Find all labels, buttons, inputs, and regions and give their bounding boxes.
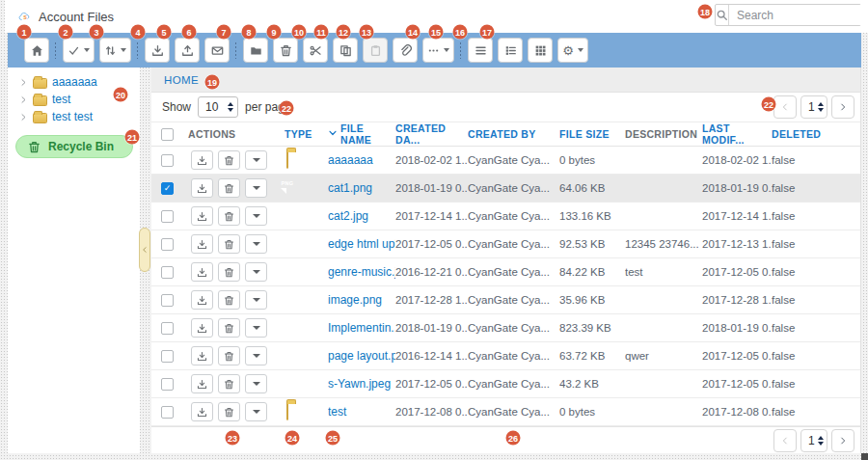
row-more-button[interactable] xyxy=(245,178,267,198)
row-delete-button[interactable] xyxy=(218,346,240,365)
row-download-button[interactable] xyxy=(191,346,213,365)
sort-button[interactable] xyxy=(99,38,131,63)
row-checkbox[interactable] xyxy=(161,322,174,335)
file-name-link[interactable]: cat2.jpg xyxy=(328,209,395,223)
list-view-button[interactable] xyxy=(468,38,493,63)
prev-page-button[interactable] xyxy=(773,429,797,452)
column-header-type[interactable]: TYPE xyxy=(285,128,328,140)
row-download-button[interactable] xyxy=(191,290,213,310)
row-more-button[interactable] xyxy=(245,150,267,170)
prev-page-button[interactable] xyxy=(773,95,797,119)
column-header-file-name[interactable]: FILE NAME xyxy=(328,122,395,146)
row-checkbox[interactable] xyxy=(161,294,174,307)
new-folder-button[interactable] xyxy=(243,38,268,63)
row-download-button[interactable] xyxy=(191,262,213,282)
row-download-button[interactable] xyxy=(191,206,213,226)
next-page-button[interactable] xyxy=(831,429,854,452)
sidebar-folder-item[interactable]: test test xyxy=(8,108,140,125)
row-checkbox[interactable] xyxy=(161,378,174,391)
row-more-button[interactable] xyxy=(245,402,267,421)
row-checkbox[interactable] xyxy=(161,210,174,223)
row-checkbox[interactable] xyxy=(161,154,174,167)
row-more-button[interactable] xyxy=(245,290,267,310)
settings-button[interactable]: ⚙ xyxy=(557,38,588,63)
attach-button[interactable] xyxy=(393,38,418,63)
row-download-button[interactable] xyxy=(191,178,213,198)
row-download-button[interactable] xyxy=(191,374,213,393)
file-name-link[interactable]: edge html upl... xyxy=(328,237,395,251)
row-delete-button[interactable] xyxy=(218,290,240,310)
row-delete-button[interactable] xyxy=(218,374,240,393)
next-page-button[interactable] xyxy=(831,95,854,119)
file-name-link[interactable]: image.png xyxy=(328,293,395,307)
cell-description: 12345 23746... xyxy=(625,238,702,250)
row-more-button[interactable] xyxy=(245,206,267,226)
row-more-button[interactable] xyxy=(245,262,267,282)
annotation-badge: 14 xyxy=(406,25,420,40)
page-number-stepper[interactable]: 1 xyxy=(800,95,827,119)
row-download-button[interactable] xyxy=(191,234,213,254)
trash-icon xyxy=(224,211,234,222)
row-checkbox[interactable] xyxy=(161,406,174,419)
file-name-link[interactable]: cat1.png xyxy=(328,181,395,195)
row-delete-button[interactable] xyxy=(218,150,240,170)
sidebar-item-recycle-bin[interactable]: Recycle Bin xyxy=(15,135,133,158)
grid-view-button[interactable] xyxy=(528,38,553,63)
stepper-arrows-icon[interactable] xyxy=(818,436,824,446)
chevron-right-icon[interactable] xyxy=(19,95,28,104)
row-more-button[interactable] xyxy=(245,346,267,365)
copy-button[interactable] xyxy=(333,38,358,63)
select-button[interactable] xyxy=(63,38,95,63)
chevron-right-icon[interactable] xyxy=(19,78,28,87)
row-checkbox[interactable] xyxy=(161,266,174,279)
stepper-arrows-icon[interactable] xyxy=(228,102,233,112)
file-name-link[interactable]: test xyxy=(328,405,395,419)
row-checkbox[interactable]: ✓ xyxy=(161,182,174,195)
row-checkbox[interactable] xyxy=(161,238,174,251)
file-name-link[interactable]: genre-music.j... xyxy=(328,265,395,279)
row-delete-button[interactable] xyxy=(218,206,240,226)
email-button[interactable] xyxy=(204,38,230,63)
list-icon xyxy=(475,44,487,57)
row-delete-button[interactable] xyxy=(218,402,240,421)
upload-button[interactable] xyxy=(175,38,200,63)
row-download-button[interactable] xyxy=(191,150,213,170)
row-delete-button[interactable] xyxy=(218,262,240,282)
stepper-arrows-icon[interactable] xyxy=(818,102,824,112)
column-header-file-size[interactable]: FILE SIZE xyxy=(559,128,625,140)
row-delete-button[interactable] xyxy=(218,234,240,254)
page-size-stepper[interactable]: 10 xyxy=(198,96,238,118)
file-name-link[interactable]: aaaaaaa xyxy=(328,153,395,167)
paperclip-icon xyxy=(399,44,412,57)
sidebar-collapse-handle[interactable] xyxy=(139,228,150,272)
row-more-button[interactable] xyxy=(245,234,267,254)
detail-view-button[interactable] xyxy=(498,38,523,63)
search-input[interactable] xyxy=(729,5,868,25)
row-delete-button[interactable] xyxy=(218,178,240,198)
column-header-deleted[interactable]: DELETED xyxy=(772,128,860,140)
breadcrumb-home-link[interactable]: HOME xyxy=(164,74,199,86)
row-more-button[interactable] xyxy=(245,318,267,338)
file-name-link[interactable]: Implementin... xyxy=(328,321,395,335)
chevron-right-icon[interactable] xyxy=(19,113,28,122)
column-header-created-da-[interactable]: CREATED DA... xyxy=(395,122,468,146)
file-name-link[interactable]: s-Yawn.jpeg xyxy=(328,377,395,391)
column-header-created-by[interactable]: CREATED BY xyxy=(468,128,559,140)
delete-button[interactable] xyxy=(273,38,298,63)
row-more-button[interactable] xyxy=(245,374,267,393)
home-button[interactable] xyxy=(24,38,49,63)
paste-button[interactable] xyxy=(363,38,388,63)
cell-last-modified: 2018-02-02 1... xyxy=(702,154,772,166)
page-number-stepper[interactable]: 1 xyxy=(800,429,827,452)
more-button[interactable] xyxy=(422,38,454,63)
row-download-button[interactable] xyxy=(191,318,213,338)
row-delete-button[interactable] xyxy=(218,318,240,338)
download-button[interactable] xyxy=(145,38,170,63)
cut-button[interactable] xyxy=(303,38,328,63)
row-checkbox[interactable] xyxy=(161,350,174,363)
row-download-button[interactable] xyxy=(191,402,213,421)
annotation-badge: 3 xyxy=(90,25,104,40)
file-name-link[interactable]: page layout.p... xyxy=(328,349,395,363)
column-header-last-modif-[interactable]: LAST MODIF... xyxy=(702,122,772,146)
select-all-checkbox[interactable] xyxy=(161,128,174,141)
